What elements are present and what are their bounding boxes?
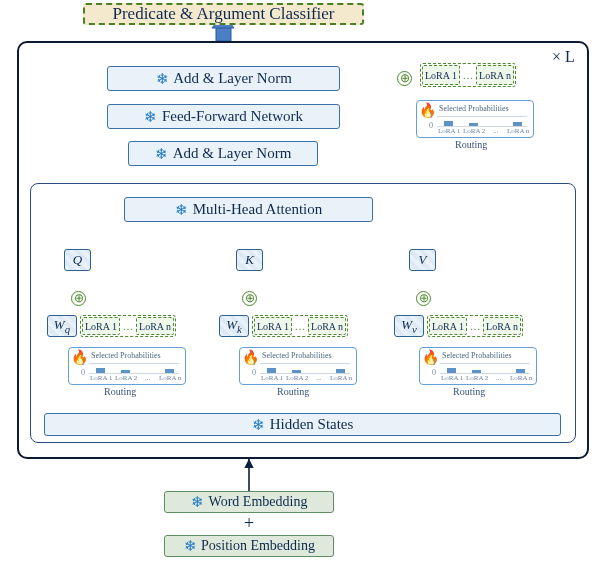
lora-group-k: LoRA 1 … LoRA n — [252, 315, 348, 337]
xtick: LoRA n — [159, 374, 181, 382]
word-emb-label: Word Embedding — [209, 494, 308, 510]
snow-icon — [252, 418, 266, 432]
xtick-dots: ... — [496, 374, 501, 382]
sum-ffn-node: ⊕ — [397, 71, 412, 86]
snow-icon — [175, 203, 189, 217]
word-embedding: Word Embedding — [164, 491, 334, 513]
ytick-1: 1 — [81, 358, 85, 367]
xtick: LoRA n — [510, 374, 532, 382]
mha-bar: Multi-Head Attention — [124, 197, 373, 222]
addnorm1-label: Add & Layer Norm — [173, 145, 292, 162]
ytick-0: 0 — [81, 368, 85, 377]
lora-group-q: LoRA 1 … LoRA n — [80, 315, 176, 337]
hidden-states-bar: Hidden States — [44, 413, 561, 436]
k-label: K — [245, 252, 254, 268]
snow-icon — [155, 72, 169, 86]
lora-cell: LoRA n — [136, 317, 174, 335]
addnorm1-bar: Add & Layer Norm — [128, 141, 318, 166]
prob-title: Selected Probabilities — [439, 104, 509, 113]
ytick-0: 0 — [429, 121, 433, 130]
xtick: LoRA 1 — [441, 374, 463, 382]
wk-box: Wk — [219, 315, 249, 337]
routing-label: Routing — [453, 386, 485, 397]
routing-label: Routing — [455, 139, 487, 150]
prob-title: Selected Probabilities — [442, 351, 512, 360]
xtick-dots: ... — [316, 374, 321, 382]
routing-panel-q: Selected Probabilities 1 0 LoRA 1 LoRA 2… — [68, 347, 186, 385]
w-label: Wk — [226, 317, 242, 335]
plus-label: + — [244, 513, 254, 534]
sum-v-node: ⊕ — [416, 291, 431, 306]
lora-cell: LoRA n — [476, 65, 514, 85]
wq-box: Wq — [47, 315, 77, 337]
xtick: LoRA n — [330, 374, 352, 382]
dots-icon: … — [122, 317, 135, 335]
xtick: LoRA 2 — [115, 374, 137, 382]
prob-title: Selected Probabilities — [91, 351, 161, 360]
svg-rect-0 — [216, 27, 231, 41]
prob-title: Selected Probabilities — [262, 351, 332, 360]
lora-cell: LoRA 1 — [254, 317, 292, 335]
lora-group-v: LoRA 1 … LoRA n — [427, 315, 523, 337]
xtick: LoRA 2 — [463, 127, 485, 135]
ytick-0: 0 — [252, 368, 256, 377]
snow-icon — [191, 495, 205, 509]
xtick: LoRA 1 — [90, 374, 112, 382]
xtick: LoRA n — [507, 127, 529, 135]
pos-emb-label: Position Embedding — [201, 538, 315, 554]
lora-cell: LoRA 1 — [429, 317, 467, 335]
lora-cell: LoRA n — [308, 317, 346, 335]
ffn-bar: Feed-Forward Network — [107, 104, 340, 129]
classifier-box: Predicate & Argument Classifier — [83, 3, 364, 25]
times-L-label: × L — [552, 48, 575, 66]
q-label: Q — [73, 252, 82, 268]
ytick-1: 1 — [252, 358, 256, 367]
routing-label: Routing — [104, 386, 136, 397]
lora-cell: LoRA 1 — [82, 317, 120, 335]
snow-icon — [144, 110, 158, 124]
addnorm2-label: Add & Layer Norm — [173, 70, 292, 87]
ytick-0: 0 — [432, 368, 436, 377]
attention-block — [30, 183, 576, 443]
ytick-1: 1 — [429, 111, 433, 120]
snow-icon — [155, 147, 169, 161]
w-label: Wv — [401, 317, 417, 335]
mha-label: Multi-Head Attention — [193, 201, 323, 218]
lora-group-ffn: LoRA 1 … LoRA n — [420, 63, 516, 87]
dots-icon: … — [294, 317, 307, 335]
ytick-1: 1 — [432, 358, 436, 367]
xtick-dots: ... — [145, 374, 150, 382]
position-embedding: Position Embedding — [164, 535, 334, 557]
v-head: V — [409, 249, 436, 271]
sum-k-node: ⊕ — [242, 291, 257, 306]
routing-panel-v: Selected Probabilities 1 0 LoRA 1 LoRA 2… — [419, 347, 537, 385]
snow-icon — [183, 539, 197, 553]
dots-icon: … — [469, 317, 482, 335]
xtick: LoRA 2 — [466, 374, 488, 382]
xtick: LoRA 1 — [261, 374, 283, 382]
dots-icon: … — [462, 65, 475, 85]
k-head: K — [236, 249, 263, 271]
w-label: Wq — [54, 317, 70, 335]
addnorm2-bar: Add & Layer Norm — [107, 66, 340, 91]
classifier-label: Predicate & Argument Classifier — [112, 4, 334, 24]
routing-label: Routing — [277, 386, 309, 397]
xtick: LoRA 2 — [286, 374, 308, 382]
wv-box: Wv — [394, 315, 424, 337]
q-head: Q — [64, 249, 91, 271]
lora-cell: LoRA 1 — [422, 65, 460, 85]
xtick: LoRA 1 — [438, 127, 460, 135]
v-label: V — [419, 252, 427, 268]
xtick-dots: ... — [493, 127, 498, 135]
routing-panel-ffn: Selected Probabilities 1 0 LoRA 1 LoRA 2… — [416, 100, 534, 138]
lora-cell: LoRA n — [483, 317, 521, 335]
routing-panel-k: Selected Probabilities 1 0 LoRA 1 LoRA 2… — [239, 347, 357, 385]
hidden-label: Hidden States — [270, 416, 354, 433]
sum-q-node: ⊕ — [71, 291, 86, 306]
ffn-label: Feed-Forward Network — [162, 108, 303, 125]
